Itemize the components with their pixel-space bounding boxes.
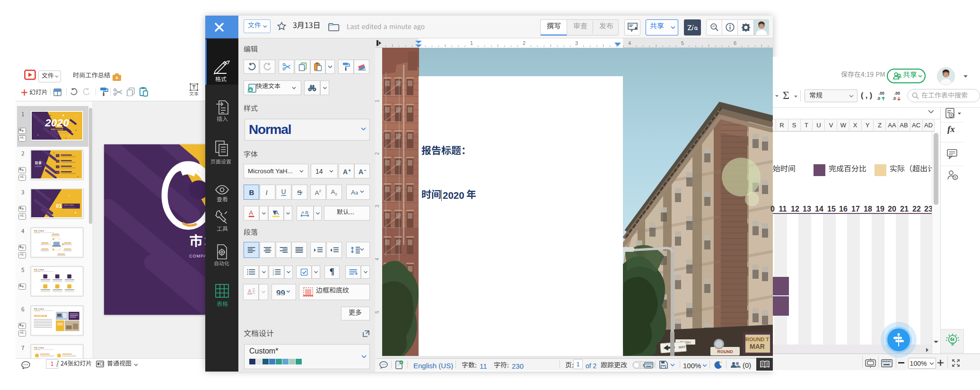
svg-text:.0: .0: [877, 96, 880, 101]
svg-text:02: 02: [57, 160, 59, 162]
svg-text:A: A: [249, 88, 252, 92]
svg-text:ANNUAL WORK SUMMARY: ANNUAL WORK SUMMARY: [63, 207, 76, 208]
svg-text:99: 99: [276, 289, 285, 295]
svg-text:.0: .0: [892, 96, 896, 101]
svg-text:A: A: [359, 168, 363, 174]
svg-text:*: *: [22, 254, 23, 257]
svg-text:A B: A B: [301, 210, 308, 214]
svg-text:*: *: [22, 177, 23, 180]
svg-text:*: *: [22, 332, 23, 336]
svg-text:MARKETING WORK SUMMARY 2020: MARKETING WORK SUMMARY 2020: [48, 132, 67, 133]
svg-text:.00: .00: [879, 91, 884, 96]
svg-text:I: I: [265, 189, 267, 196]
svg-text:A: A: [331, 189, 335, 195]
svg-text:*: *: [22, 137, 23, 141]
svg-text:2020: 2020: [44, 117, 69, 129]
svg-text:3: 3: [272, 274, 274, 275]
svg-text:A: A: [248, 288, 252, 294]
svg-text:CONTENT: CONTENT: [35, 166, 42, 168]
svg-text:2: 2: [59, 355, 60, 357]
svg-text:a: a: [356, 190, 359, 195]
svg-text:A: A: [315, 189, 319, 195]
svg-text:*: *: [22, 215, 23, 219]
svg-text:2: 2: [319, 189, 321, 193]
svg-text:U: U: [281, 188, 286, 195]
svg-text:A: A: [351, 189, 355, 195]
svg-text:A: A: [343, 168, 348, 174]
svg-text:2: 2: [335, 192, 337, 195]
svg-text:A: A: [275, 210, 279, 216]
svg-text:B: B: [249, 189, 254, 196]
svg-text:A: A: [249, 210, 253, 216]
svg-text:01: 01: [56, 203, 62, 209]
svg-text:.00: .00: [894, 91, 900, 96]
